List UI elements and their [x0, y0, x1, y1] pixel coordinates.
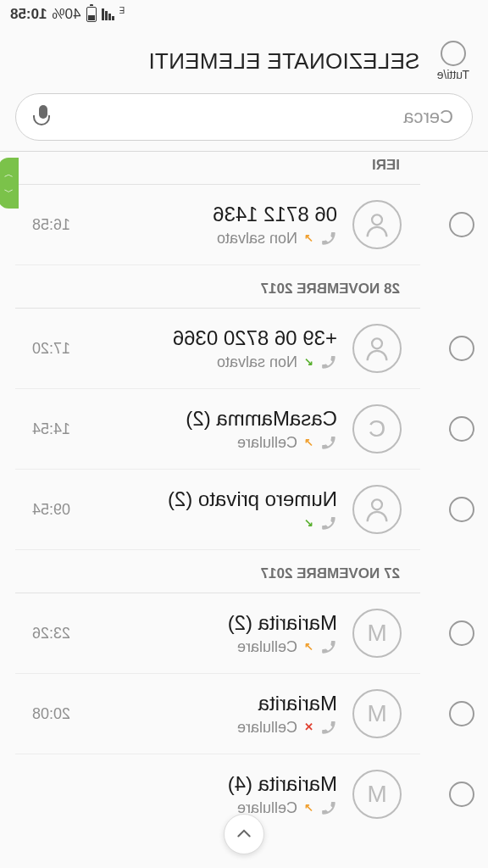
- page-title: SELEZIONATE ELEMENTI: [148, 48, 419, 75]
- row-radio[interactable]: [449, 212, 474, 237]
- network-type: E: [119, 6, 125, 15]
- mic-icon[interactable]: [35, 105, 52, 129]
- call-type-label: Non salvato: [217, 230, 297, 248]
- phone-icon: [320, 799, 337, 816]
- phone-icon: [320, 515, 337, 531]
- call-list[interactable]: IERI06 8712 1436↗Non salvato16:5828 NOVE…: [0, 152, 488, 834]
- svg-point-0: [372, 214, 382, 225]
- section-header: 28 NOVEMBRE 2017: [15, 265, 420, 309]
- call-time: 23:26: [32, 625, 70, 643]
- search-input[interactable]: Cerca: [15, 93, 473, 141]
- call-subline: ↙: [79, 515, 337, 531]
- call-type-label: Cellulare: [237, 719, 297, 737]
- search-placeholder: Cerca: [403, 106, 453, 128]
- avatar: M: [352, 770, 402, 819]
- fast-scroll-handle[interactable]: ︿ ﹀: [0, 158, 19, 209]
- svg-point-1: [372, 338, 382, 348]
- signal-icon: [102, 8, 114, 20]
- contact-name: Numero privato (2): [79, 487, 337, 511]
- phone-icon: [320, 353, 337, 370]
- select-all-label: Tutti/e: [437, 68, 469, 81]
- contact-name: Mariarita (4): [41, 772, 337, 796]
- contact-name: 06 8712 1436: [79, 203, 337, 226]
- phone-icon: [320, 638, 337, 655]
- avatar: [352, 485, 402, 534]
- incoming-arrow-icon: ↙: [304, 516, 313, 529]
- outgoing-arrow-icon: ↗: [304, 801, 313, 814]
- avatar: M: [352, 689, 402, 738]
- call-type-label: Non salvato: [217, 353, 297, 371]
- row-radio[interactable]: [449, 782, 474, 807]
- call-subline: ↙Non salvato: [79, 353, 337, 371]
- section-header: 27 NOVEMBRE 2017: [15, 550, 420, 593]
- outgoing-arrow-icon: ↗: [304, 640, 313, 653]
- battery-icon: [86, 7, 97, 22]
- call-row[interactable]: MMariarita✕Cellulare20:08: [15, 674, 420, 754]
- call-type-label: Cellulare: [237, 638, 297, 656]
- call-row[interactable]: CCasaMamma (2)↗Cellulare14:54: [15, 389, 420, 470]
- call-row[interactable]: MMariarita (4)↗Cellulare: [15, 754, 420, 834]
- select-all-control[interactable]: Tutti/e: [437, 41, 469, 81]
- section-header: IERI: [15, 152, 420, 185]
- call-time: 16:58: [32, 216, 70, 234]
- status-bar: E 40% 10:58: [0, 0, 488, 29]
- incoming-arrow-icon: ↙: [304, 355, 313, 368]
- call-row[interactable]: 06 8712 1436↗Non salvato16:58: [15, 185, 420, 265]
- call-row[interactable]: MMariarita (2)↗Cellulare23:26: [15, 593, 420, 674]
- battery-pct: 40%: [52, 6, 80, 23]
- row-content: +39 06 8720 0366↙Non salvato: [79, 326, 337, 371]
- row-content: Mariarita (2)↗Cellulare: [79, 611, 337, 656]
- page-header: Tutti/e SELEZIONATE ELEMENTI: [0, 29, 488, 90]
- scroll-to-top-button[interactable]: [224, 814, 264, 854]
- avatar: [352, 200, 402, 249]
- contact-name: Mariarita (2): [79, 611, 337, 635]
- call-row[interactable]: Numero privato (2)↙09:54: [15, 470, 420, 550]
- row-radio[interactable]: [449, 497, 474, 522]
- contact-name: CasaMamma (2): [79, 407, 337, 431]
- call-subline: ↗Non salvato: [79, 230, 337, 248]
- row-radio[interactable]: [449, 620, 474, 646]
- call-subline: ↗Cellulare: [79, 638, 337, 656]
- phone-icon: [320, 434, 337, 451]
- call-subline: ↗Cellulare: [79, 434, 337, 452]
- row-radio[interactable]: [449, 416, 474, 442]
- call-type-label: Cellulare: [237, 434, 297, 452]
- select-all-radio[interactable]: [441, 41, 466, 66]
- row-content: Mariarita (4)↗Cellulare: [41, 772, 337, 817]
- chevron-up-icon: [236, 826, 252, 843]
- status-time: 10:58: [10, 6, 47, 23]
- row-content: Mariarita✕Cellulare: [79, 692, 337, 737]
- avatar: [352, 324, 402, 373]
- row-radio[interactable]: [449, 701, 474, 726]
- contact-name: +39 06 8720 0366: [79, 326, 337, 350]
- call-time: 17:20: [32, 340, 70, 358]
- call-time: 14:54: [32, 420, 70, 438]
- row-content: CasaMamma (2)↗Cellulare: [79, 407, 337, 452]
- outgoing-arrow-icon: ↗: [304, 231, 313, 244]
- call-time: 09:54: [32, 501, 70, 519]
- call-subline: ✕Cellulare: [79, 719, 337, 737]
- search-wrap: Cerca: [0, 90, 488, 151]
- row-content: 06 8712 1436↗Non salvato: [79, 203, 337, 248]
- chevron-down-icon: ﹀: [4, 187, 14, 197]
- call-subline: ↗Cellulare: [41, 799, 337, 817]
- avatar: C: [352, 404, 402, 453]
- chevron-up-icon: ︿: [4, 170, 14, 179]
- phone-icon: [320, 719, 337, 736]
- row-content: Numero privato (2)↙: [79, 487, 337, 531]
- outgoing-arrow-icon: ↗: [304, 436, 313, 448]
- missed-call-icon: ✕: [304, 721, 313, 733]
- call-row[interactable]: +39 06 8720 0366↙Non salvato17:20: [15, 309, 420, 389]
- row-radio[interactable]: [449, 336, 474, 361]
- phone-icon: [320, 230, 337, 247]
- contact-name: Mariarita: [79, 692, 337, 715]
- avatar: M: [352, 609, 402, 658]
- call-time: 20:08: [32, 705, 70, 723]
- svg-point-2: [372, 499, 382, 509]
